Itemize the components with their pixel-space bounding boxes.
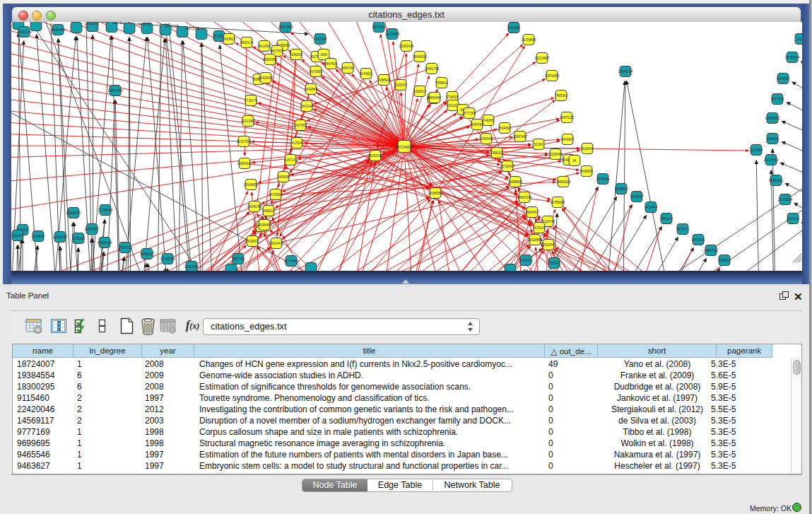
svg-text:19654924: 19654924 [237,162,252,165]
svg-text:5675685: 5675685 [310,70,322,74]
svg-text:2087682: 2087682 [507,26,520,30]
svg-text:8471626: 8471626 [692,238,705,242]
svg-text:15692921: 15692921 [769,179,784,182]
svg-text:2935114: 2935114 [660,217,673,221]
svg-text:7632621: 7632621 [676,228,689,231]
svg-text:10654112: 10654112 [704,249,719,252]
svg-text:15751074: 15751074 [785,56,800,59]
svg-text:1244415: 1244415 [766,137,779,141]
svg-text:15720407: 15720407 [500,165,515,168]
svg-text:9463627: 9463627 [561,138,574,141]
svg-text:1167533: 1167533 [787,217,799,221]
svg-text:252254: 252254 [543,243,554,247]
svg-text:9827505: 9827505 [271,49,283,53]
svg-text:9146821: 9146821 [360,72,372,76]
svg-text:16107554: 16107554 [237,140,252,144]
svg-text:10807487: 10807487 [513,135,528,139]
svg-text:13325419: 13325419 [399,45,414,48]
svg-text:19218506: 19218506 [385,33,400,36]
svg-text:1615152: 1615152 [533,226,546,230]
svg-text:14099489: 14099489 [257,223,272,227]
svg-text:6466160: 6466160 [139,23,151,26]
svg-text:10719155: 10719155 [165,25,180,28]
svg-text:18724007: 18724007 [394,144,414,149]
svg-text:20364436: 20364436 [479,137,494,141]
svg-text:8813054: 8813054 [372,25,385,29]
svg-text:18640910: 18640910 [413,55,428,59]
svg-text:1156819: 1156819 [32,235,45,238]
svg-text:1353594: 1353594 [277,175,290,179]
svg-text:7625402: 7625402 [246,240,259,243]
svg-text:6497568: 6497568 [471,123,483,127]
svg-text:17016504: 17016504 [778,198,793,201]
svg-text:8990448: 8990448 [428,96,441,100]
svg-text:9115460: 9115460 [581,147,594,151]
svg-text:6794028: 6794028 [446,95,459,99]
svg-text:10958107: 10958107 [140,252,155,256]
svg-text:10653267: 10653267 [85,22,100,25]
svg-text:1145194: 1145194 [72,237,85,240]
svg-text:16154808: 16154808 [522,38,536,42]
svg-text:16782759: 16782759 [160,257,175,261]
svg-text:2718176: 2718176 [245,99,257,103]
svg-text:16961758: 16961758 [425,67,440,71]
svg-text:746266: 746266 [483,119,494,122]
svg-text:11173: 11173 [796,37,802,41]
svg-text:20206576: 20206576 [66,211,81,215]
svg-text:18807249: 18807249 [517,196,532,199]
svg-text:7955812: 7955812 [435,81,448,85]
svg-text:9227343: 9227343 [771,98,784,101]
svg-text:28053346: 28053346 [108,89,123,93]
svg-text:11923468: 11923468 [184,265,199,269]
svg-text:19166825: 19166825 [244,183,259,187]
svg-text:17957225: 17957225 [118,246,133,250]
svg-text:15716485: 15716485 [284,259,299,263]
svg-text:8938923: 8938923 [615,187,628,191]
svg-text:16033809: 16033809 [278,25,293,29]
svg-text:62160: 62160 [534,143,543,146]
svg-text:9084067: 9084067 [526,211,539,214]
svg-text:17359924: 17359924 [98,209,113,212]
svg-text:12505135: 12505135 [98,241,112,245]
svg-text:16210643: 16210643 [764,158,779,162]
svg-text:16671355: 16671355 [185,27,200,30]
svg-text:7663822: 7663822 [223,37,235,41]
svg-text:2867608: 2867608 [324,62,337,66]
svg-text:1546: 1546 [320,53,328,57]
svg-text:10973493: 10973493 [545,74,560,78]
svg-text:2803144: 2803144 [300,105,313,108]
svg-text:9457791: 9457791 [232,257,245,261]
svg-text:6879197: 6879197 [630,195,643,199]
svg-text:20975887: 20975887 [85,228,100,231]
svg-text:14055714: 14055714 [17,30,32,34]
svg-text:16914479: 16914479 [269,242,284,245]
svg-text:8912954: 8912954 [258,45,271,48]
svg-text:8454749: 8454749 [341,66,354,70]
svg-text:10688609: 10688609 [508,180,523,184]
svg-text:25302035: 25302035 [368,154,383,158]
svg-text:391194: 391194 [13,234,23,238]
svg-text:3624554: 3624554 [498,127,511,130]
svg-text:19384554: 19384554 [428,192,443,195]
svg-text:10025453: 10025453 [548,153,563,156]
svg-text:9699695: 9699695 [580,170,593,173]
svg-text:16046788: 16046788 [247,205,262,209]
svg-text:3215958: 3215958 [750,148,763,152]
svg-text:19756928: 19756928 [551,201,565,204]
svg-text:7357224: 7357224 [314,37,326,41]
svg-text:3498222: 3498222 [262,209,275,213]
svg-text:23420046: 23420046 [259,76,273,80]
svg-text:9245612: 9245612 [718,259,731,262]
svg-text:8678354: 8678354 [269,193,282,197]
svg-text:12942757: 12942757 [53,235,68,239]
svg-text:9860124: 9860124 [240,41,253,45]
svg-text:1588520: 1588520 [377,78,390,82]
svg-text:16543382: 16543382 [263,58,278,62]
svg-text:1527602: 1527602 [112,22,125,25]
svg-text:12093872: 12093872 [765,117,780,120]
svg-text:19654923: 19654923 [556,180,571,184]
svg-text:12213369: 12213369 [241,119,256,123]
svg-text:9474444: 9474444 [645,206,657,209]
svg-text:7485063: 7485063 [555,94,567,98]
svg-text:9777169: 9777169 [463,112,476,115]
